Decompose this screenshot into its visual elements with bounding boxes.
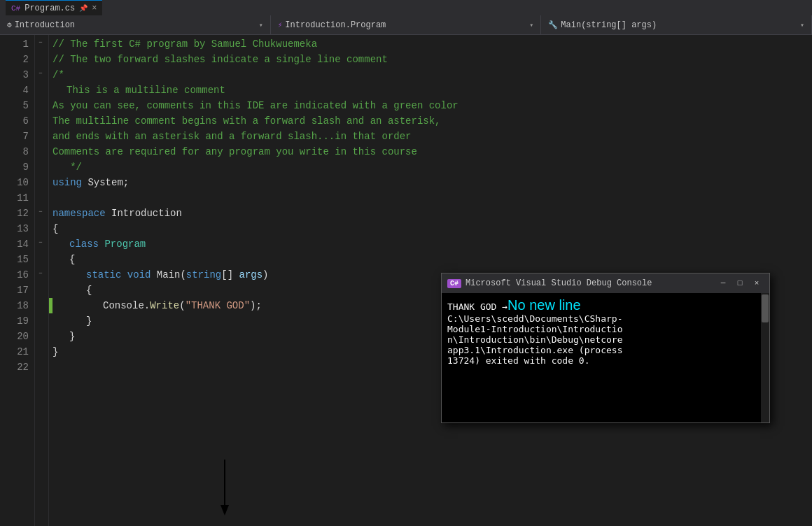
nav-namespace-dropdown-icon[interactable]: ▾	[253, 21, 263, 29]
line-numbers-gutter: 1 2 3 4 5 6 7 8 9 10 11 12 13 14 15 16 1…	[0, 35, 35, 526]
debug-line-6: 13724) exited with code 0.	[447, 355, 764, 366]
title-bar: C# Program.cs 📌 ×	[0, 0, 812, 15]
tab-close-button[interactable]: ×	[92, 3, 97, 13]
gutter-5	[35, 97, 46, 112]
nav-class-icon: ⚡	[278, 20, 283, 29]
line-num-17: 17	[0, 283, 34, 298]
code-line-9[interactable]: */	[52, 159, 812, 175]
gutter-21	[35, 343, 46, 358]
nav-namespace[interactable]: ⚙ Introduction ▾	[0, 15, 271, 34]
code-token: "THANK GOD"	[186, 300, 250, 311]
debug-close-button[interactable]: ×	[750, 278, 764, 288]
gutter-8	[35, 143, 46, 158]
code-line-6[interactable]: The multiline comment begins with a forw…	[52, 113, 812, 129]
collapse-icon-1[interactable]: −	[38, 39, 42, 46]
line-num-19: 19	[0, 313, 34, 329]
nav-namespace-text: Introduction	[15, 20, 75, 30]
gutter-2	[35, 50, 46, 66]
gutter-1[interactable]: −	[35, 35, 46, 50]
line-num-2: 2	[0, 52, 34, 67]
nav-bar: ⚙ Introduction ▾ ⚡ Introduction.Program …	[0, 15, 812, 35]
code-token: Console.	[52, 300, 150, 311]
debug-console-content: THANK GOD →No new line C:\Users\scedd\Do…	[442, 293, 769, 422]
code-token: Write	[150, 300, 179, 311]
code-token: args	[239, 269, 263, 280]
code-token: );	[250, 300, 262, 311]
code-token: }	[52, 346, 58, 357]
nav-class[interactable]: ⚡ Introduction.Program ▾	[271, 15, 542, 34]
debug-maximize-button[interactable]: □	[733, 278, 747, 288]
debug-line1-handwritten: No new line	[507, 297, 581, 313]
gutter-7	[35, 127, 46, 143]
code-token: As you can see, comments in this IDE are…	[52, 100, 458, 111]
line-num-7: 7	[0, 129, 34, 144]
gutter-14[interactable]: −	[35, 235, 46, 250]
debug-scrollbar[interactable]	[761, 293, 769, 422]
debug-line-5: app3.1\Introduction.exe (process	[447, 345, 764, 355]
code-token: }	[52, 315, 92, 327]
nav-class-dropdown-icon[interactable]: ▾	[524, 21, 533, 29]
collapse-icon-16[interactable]: −	[38, 270, 42, 277]
collapse-gutter: − − − − −	[35, 35, 49, 526]
debug-controls: ─ □ ×	[716, 278, 764, 288]
line-num-21: 21	[0, 344, 34, 360]
code-token: Introduction	[106, 208, 182, 219]
gutter-16[interactable]: −	[35, 266, 46, 281]
code-token: Comments are required for any program yo…	[52, 146, 417, 157]
nav-method-icon: 🔧	[548, 20, 558, 29]
line-num-12: 12	[0, 206, 34, 221]
gutter-17	[35, 281, 46, 297]
code-token: {	[52, 254, 75, 265]
gutter-12[interactable]: −	[35, 204, 46, 220]
nav-namespace-icon: ⚙	[7, 20, 12, 29]
code-line-8[interactable]: Comments are required for any program yo…	[52, 144, 812, 159]
code-line-2[interactable]: // The two forward slashes indicate a si…	[52, 52, 812, 67]
code-line-4[interactable]: This is a multiline comment	[52, 83, 812, 98]
code-token: static	[52, 269, 121, 280]
file-tab[interactable]: C# Program.cs 📌 ×	[6, 0, 102, 15]
code-line-11[interactable]	[52, 190, 812, 206]
code-line-7[interactable]: and ends with an asterisk and a forward …	[52, 129, 812, 144]
code-token: {	[52, 223, 58, 234]
nav-class-text: Introduction.Program	[285, 20, 386, 30]
gutter-3[interactable]: −	[35, 66, 46, 81]
code-token: System;	[82, 177, 129, 188]
code-line-13[interactable]: {	[52, 221, 812, 236]
collapse-icon-12[interactable]: −	[38, 208, 42, 215]
code-line-12[interactable]: namespace Introduction	[52, 206, 812, 221]
code-token: /*	[52, 69, 64, 80]
tab-icon: C#	[11, 4, 20, 13]
code-line-1[interactable]: // The first C# program by Samuel Chukwu…	[52, 36, 812, 52]
gutter-20	[35, 327, 46, 343]
debug-line-1: THANK GOD →No new line	[447, 297, 764, 313]
debug-minimize-button[interactable]: ─	[716, 278, 730, 288]
code-line-3[interactable]: /*	[52, 67, 812, 83]
debug-console-title: Microsoft Visual Studio Debug Console	[465, 278, 712, 288]
code-token: using	[52, 177, 82, 188]
tab-pin-icon[interactable]: 📌	[79, 4, 88, 13]
collapse-icon-3[interactable]: −	[38, 70, 42, 77]
code-token: class	[52, 239, 99, 250]
collapse-icon-14[interactable]: −	[38, 239, 42, 246]
gutter-22	[35, 358, 46, 374]
line-num-5: 5	[0, 98, 34, 113]
gutter-18	[35, 297, 46, 312]
nav-method-dropdown-icon[interactable]: ▾	[794, 21, 804, 29]
line-num-4: 4	[0, 83, 34, 98]
nav-method[interactable]: 🔧 Main(string[] args) ▾	[541, 15, 812, 34]
debug-console-window: C# Microsoft Visual Studio Debug Console…	[441, 273, 770, 423]
gutter-10	[35, 173, 46, 189]
code-token: {	[52, 285, 92, 296]
code-line-5[interactable]: As you can see, comments in this IDE are…	[52, 98, 812, 113]
debug-line-3: Module1-Introduction\Introductio	[447, 324, 764, 334]
debug-line-2: C:\Users\scedd\Documents\CSharp-	[447, 313, 764, 324]
code-token	[99, 239, 104, 250]
debug-scrollbar-thumb[interactable]	[762, 294, 769, 322]
line-num-1: 1	[0, 36, 34, 52]
svg-marker-1	[220, 505, 229, 516]
debug-title-bar: C# Microsoft Visual Studio Debug Console…	[442, 273, 769, 293]
code-line-10[interactable]: using System;	[52, 175, 812, 190]
code-token: (	[179, 300, 185, 311]
code-line-14[interactable]: class Program	[52, 236, 812, 252]
code-line-15[interactable]: {	[52, 252, 812, 267]
